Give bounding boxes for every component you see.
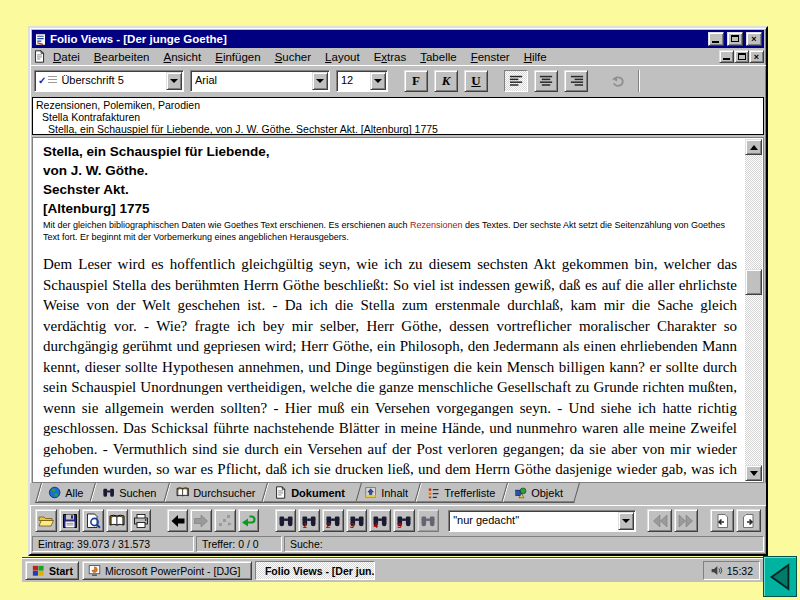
close-button[interactable]: × [746,32,762,46]
print-button[interactable] [130,509,152,532]
query-button[interactable] [275,509,297,532]
fontsize-combobox-value: 12 [337,71,369,91]
style-dropdown-button[interactable] [166,72,182,90]
book-icon [109,513,125,529]
menu-hilfe[interactable]: Hilfe [517,50,554,64]
speaker-icon[interactable] [710,564,723,577]
menu-tabelle[interactable]: Tabelle [413,50,463,64]
reference-panel: Rezensionen, Polemiken, Parodien Stella … [32,97,764,135]
menu-datei[interactable]: Datei [46,50,87,64]
italic-button[interactable]: K [434,70,458,92]
tab-label: Durchsucher [193,487,255,499]
object-icon [514,486,527,499]
undo-icon [611,73,626,88]
minimize-icon [723,58,730,60]
system-tray: 15:32 [703,561,760,580]
rezensionen-link[interactable]: Rezensionen [410,220,463,230]
fontsize-dropdown-button[interactable] [370,72,386,90]
taskbar: Start Microsoft PowerPoint - [DJG] Folio… [22,558,763,582]
document-body-text: Dem Leser wird es hoffentlich gleichgült… [43,254,737,482]
menu-sucher[interactable]: Sucher [268,50,318,64]
undo-button[interactable] [606,70,630,92]
go-forward-button[interactable] [190,509,212,532]
tab-label: Trefferliste [444,487,495,499]
start-label: Start [49,565,73,577]
return-to-hit-button[interactable] [238,509,260,532]
prev-page-icon [714,513,730,529]
font-combobox[interactable]: Arial [190,70,330,92]
align-right-button[interactable] [564,70,588,92]
book-icon [176,486,189,499]
scrollbar-thumb[interactable] [745,269,762,295]
style-combobox[interactable]: ✓ Überschrift 5 [34,70,184,92]
restore-button[interactable] [727,32,743,46]
chevron-down-icon [170,79,178,87]
next-partition-button[interactable] [736,509,761,532]
menu-fenster[interactable]: Fenster [464,50,517,64]
view-tab-bar: Alle Suchen Durchsucher Dokument Inhalt … [30,483,766,505]
query-number: 1 [302,522,306,530]
align-center-icon [539,73,554,88]
doc-restore-button[interactable] [734,50,749,63]
find-in-document-button[interactable] [82,509,104,532]
history-trail-button[interactable] [214,509,236,532]
query-2-button[interactable]: 2 [322,509,344,532]
minimize-icon [712,41,719,43]
taskbar-item-folio-views[interactable]: Folio Views - [Der jun... [255,561,375,580]
next-results-icon [678,513,694,529]
back-arrow-icon [170,513,186,529]
browse-button[interactable] [106,509,128,532]
previous-partition-button[interactable] [710,509,735,532]
scroll-up-button[interactable] [745,139,762,155]
save-button[interactable] [59,509,81,532]
tab-suchen[interactable]: Suchen [89,483,173,503]
next-hit-button[interactable] [674,509,699,532]
start-button[interactable]: Start [25,561,79,580]
menu-ansicht[interactable]: Ansicht [157,50,209,64]
taskbar-item-powerpoint[interactable]: Microsoft PowerPoint - [DJG] [82,561,252,580]
menu-bearbeiten[interactable]: Bearbeiten [87,50,157,64]
query-4-button[interactable]: 4 [369,509,391,532]
title-bar[interactable]: Folio Views - [Der junge Goethe] × [32,30,764,48]
binoculars-icon [102,486,115,499]
tab-dokument[interactable]: Dokument [261,483,362,503]
restore-icon [731,35,739,42]
align-center-button[interactable] [534,70,558,92]
query-1-button[interactable]: 1 [298,509,320,532]
clear-query-button[interactable] [417,509,439,532]
tab-inhalt[interactable]: Inhalt [351,483,425,503]
tab-durchsucher[interactable]: Durchsucher [163,483,272,503]
query-combobox[interactable]: "nur gedacht" [448,510,636,532]
minimize-button[interactable] [708,32,724,46]
tab-label: Dokument [291,487,345,499]
go-back-button[interactable] [167,509,189,532]
menu-layout[interactable]: Layout [318,50,367,64]
vertical-scrollbar[interactable] [745,139,762,481]
query-3-button[interactable]: 3 [346,509,368,532]
tab-objekt[interactable]: Objekt [501,483,580,503]
doc-minimize-button[interactable] [719,50,734,63]
close-icon: × [754,52,759,62]
binoculars-icon [278,513,294,529]
tab-trefferliste[interactable]: Trefferliste [414,483,512,503]
menu-extras[interactable]: Extras [367,50,414,64]
previous-hit-button[interactable] [647,509,672,532]
slide-back-button[interactable] [763,556,797,597]
tab-label: Suchen [119,487,156,499]
windows-flag-icon [31,565,45,577]
heading-line: Sechster Akt. [43,180,737,199]
doc-close-button[interactable]: × [749,50,764,63]
underline-button[interactable]: U [464,70,488,92]
query-5-button[interactable]: 5 [393,509,415,532]
nav-back-triangle-icon [768,562,792,592]
status-entry: Eintrag: 39.073 / 31.573 [32,536,194,552]
query-dropdown-button[interactable] [618,512,634,530]
bold-button[interactable]: F [404,70,428,92]
open-button[interactable] [35,509,57,532]
format-toolbar: ✓ Überschrift 5 Arial 12 F K U [30,65,766,95]
fontsize-combobox[interactable]: 12 [336,70,388,92]
align-left-button[interactable] [504,70,528,92]
menu-einfuegen[interactable]: Einfügen [208,50,267,64]
scroll-down-button[interactable] [745,465,762,481]
font-dropdown-button[interactable] [312,72,328,90]
